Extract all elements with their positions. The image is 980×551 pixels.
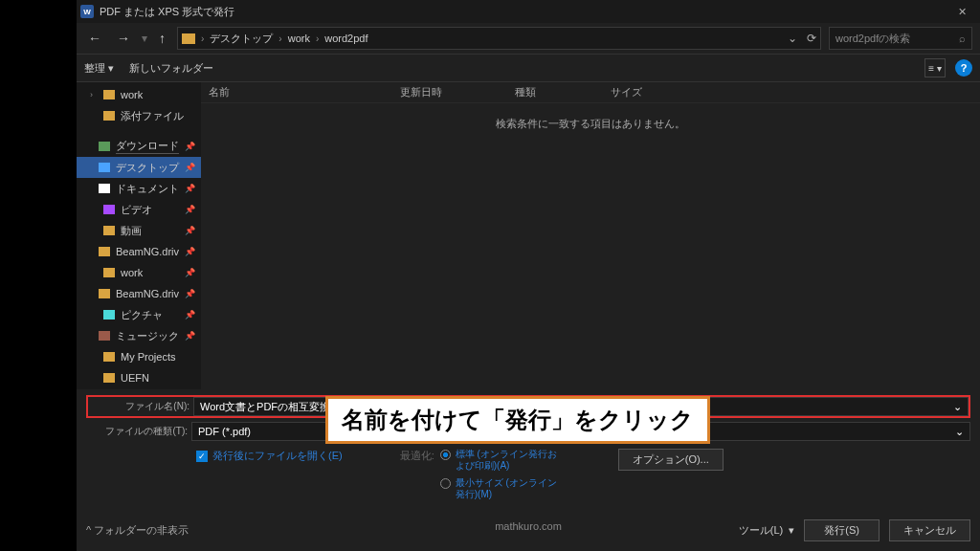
- col-type[interactable]: 種類: [507, 82, 603, 102]
- close-icon[interactable]: ✕: [947, 6, 976, 18]
- radio-icon: [440, 450, 451, 460]
- word-icon: W: [80, 5, 94, 18]
- sidebar-item[interactable]: 添付ファイル: [77, 105, 201, 126]
- save-dialog: W PDF または XPS 形式で発行 ✕ ← → ▾ ↑ › デスクトップ ›…: [77, 0, 980, 551]
- search-icon: ⌕: [959, 33, 966, 44]
- open-after-label: 発行後にファイルを開く(E): [212, 449, 343, 463]
- col-date[interactable]: 更新日時: [392, 82, 507, 102]
- chevron-down-icon: ⌄: [953, 401, 962, 413]
- hide-folders-toggle[interactable]: ^ フォルダーの非表示: [86, 523, 189, 538]
- sidebar-item[interactable]: ダウンロード📌: [77, 136, 201, 157]
- sidebar-item[interactable]: BeamNG.driv📌: [77, 241, 201, 262]
- sidebar-item[interactable]: 動画📌: [77, 220, 201, 241]
- chevron-down-icon[interactable]: ⌄: [788, 32, 797, 45]
- address-bar[interactable]: › デスクトップ › work › word2pdf ⌄ ⟳: [177, 27, 821, 50]
- empty-message: 検索条件に一致する項目はありません。: [201, 103, 980, 144]
- refresh-icon[interactable]: ⟳: [807, 32, 816, 45]
- filetype-value: PDF (*.pdf): [198, 426, 251, 437]
- radio-minimum[interactable]: 最小サイズ (オンライン発行)(M): [440, 477, 561, 500]
- checkbox-icon: ✓: [196, 451, 208, 462]
- organize-button[interactable]: 整理 ▾: [84, 61, 114, 76]
- crumb-sep: ›: [278, 33, 281, 44]
- radio-icon: [440, 478, 451, 489]
- col-name[interactable]: 名前: [201, 82, 392, 102]
- view-button[interactable]: ≡ ▾: [924, 58, 946, 77]
- window-title: PDF または XPS 形式で発行: [100, 5, 942, 19]
- sidebar: ›work添付ファイルダウンロード📌デスクトップ📌ドキュメント📌ビデオ📌動画📌B…: [77, 82, 201, 389]
- sidebar-item[interactable]: UEFN: [77, 367, 201, 388]
- search-input[interactable]: word2pdfの検索 ⌕: [829, 27, 972, 50]
- sidebar-item[interactable]: My Projects: [77, 346, 201, 367]
- crumb-sep: ›: [316, 33, 319, 44]
- optimize-label: 最適化:: [400, 449, 434, 500]
- filename-label: ファイル名(N):: [88, 400, 193, 413]
- radio-minimum-label: 最小サイズ (オンライン発行)(M): [456, 477, 561, 500]
- chevron-down-icon: ⌄: [955, 426, 964, 438]
- filetype-label: ファイルの種類(T):: [86, 425, 191, 438]
- sidebar-item[interactable]: BeamNG.driv📌: [77, 283, 201, 304]
- sidebar-item[interactable]: ミュージック📌: [77, 325, 201, 346]
- options-button[interactable]: オプション(O)...: [618, 449, 724, 471]
- sidebar-item[interactable]: デスクトップ📌: [77, 157, 201, 178]
- forward-button[interactable]: →: [113, 29, 134, 48]
- publish-button[interactable]: 発行(S): [804, 519, 880, 541]
- sidebar-item[interactable]: work📌: [77, 262, 201, 283]
- sidebar-item[interactable]: ドキュメント📌: [77, 178, 201, 199]
- up-button[interactable]: ↑: [155, 29, 169, 48]
- search-placeholder: word2pdfの検索: [835, 32, 910, 46]
- radio-standard-label: 標準 (オンライン発行および印刷)(A): [456, 449, 561, 472]
- file-area: 名前 更新日時 種類 サイズ 検索条件に一致する項目はありません。 名前を付けて…: [201, 82, 980, 389]
- breadcrumb-item[interactable]: デスクトップ: [210, 32, 273, 46]
- column-headers: 名前 更新日時 種類 サイズ: [201, 82, 980, 103]
- back-button[interactable]: ←: [84, 29, 105, 48]
- radio-standard[interactable]: 標準 (オンライン発行および印刷)(A): [440, 449, 561, 472]
- watermark: mathkuro.com: [495, 520, 562, 532]
- toolbar: 整理 ▾ 新しいフォルダー ≡ ▾ ?: [77, 54, 980, 82]
- crumb-sep: ›: [201, 33, 204, 44]
- folder-icon: [182, 33, 195, 44]
- nav-sep: ▾: [142, 32, 147, 45]
- newfolder-button[interactable]: 新しいフォルダー: [129, 61, 213, 76]
- titlebar: W PDF または XPS 形式で発行 ✕: [77, 0, 980, 23]
- annotation-overlay: 名前を付けて「発行」をクリック: [325, 396, 710, 444]
- help-button[interactable]: ?: [955, 59, 972, 77]
- breadcrumb-item[interactable]: work: [288, 33, 310, 44]
- tools-button[interactable]: ツール(L) ▾: [739, 523, 795, 538]
- sidebar-item[interactable]: ›work: [77, 84, 201, 105]
- breadcrumb-item[interactable]: word2pdf: [324, 33, 368, 44]
- cancel-button[interactable]: キャンセル: [889, 519, 970, 541]
- sidebar-item[interactable]: ビデオ📌: [77, 199, 201, 220]
- col-size[interactable]: サイズ: [603, 82, 679, 102]
- sidebar-item[interactable]: ピクチャ📌: [77, 304, 201, 325]
- navbar: ← → ▾ ↑ › デスクトップ › work › word2pdf ⌄ ⟳ w…: [77, 23, 980, 54]
- open-after-checkbox[interactable]: ✓ 発行後にファイルを開く(E): [196, 449, 343, 463]
